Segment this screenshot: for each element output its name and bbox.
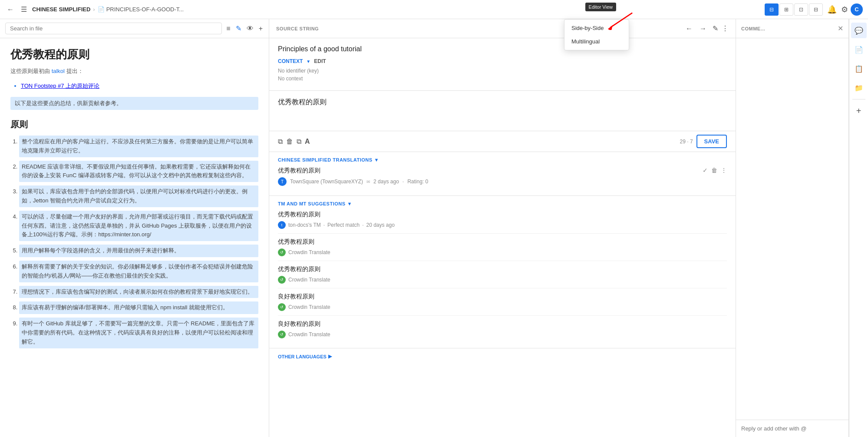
breadcrumb-file[interactable]: 📄 PRINCIPLES-OF-A-GOOD-T... xyxy=(98,6,184,13)
ti-avatar-0: T xyxy=(278,177,287,186)
doc-list-item-8: 有时一个 GitHub 库就足够了，不需要写一篇完整的文章。只需一个 READM… xyxy=(19,318,258,348)
crowdin-avatar-1: ↺ xyxy=(278,248,286,256)
translations-icon-button[interactable]: 📄 xyxy=(851,42,867,57)
breadcrumb-lang[interactable]: CHINESE SIMPLIFIED xyxy=(32,6,90,13)
right-header: COMME... ✕ xyxy=(736,19,848,38)
approve-button-0[interactable]: ✓ xyxy=(703,167,708,174)
far-right-divider xyxy=(852,99,865,99)
doc-list-item-7: 库应该有易于理解的编译/部署脚本。用户能够只需输入 npm install 就能… xyxy=(19,301,258,314)
settings-button[interactable]: ⚙ xyxy=(841,5,848,14)
doc-intro: 以下是这些要点的总结，供新贡献者参考。 xyxy=(10,97,258,110)
delete-button-0[interactable]: 🗑 xyxy=(711,167,717,174)
tm-source-3: Crowdin Translate xyxy=(288,304,330,310)
translation-input[interactable]: 优秀教程的原则 xyxy=(278,98,727,124)
right-panel: COMME... ✕ xyxy=(736,19,849,437)
context-bar: CONTEXT ▼ EDIT xyxy=(278,58,727,64)
notifications-button[interactable]: 🔔 xyxy=(825,3,838,16)
doc-title: 优秀教程的原则 xyxy=(10,47,258,62)
tooltip-text: Editor View xyxy=(589,4,613,10)
brand-logo: C xyxy=(851,3,863,16)
tm-text-0: 优秀教程的原则 xyxy=(278,211,727,218)
view-btn-single[interactable]: ⊡ xyxy=(794,3,808,16)
bullet-link[interactable]: TON Footstep #7 上的原始评论 xyxy=(21,83,99,89)
ti-meta-0: T TownSquare (TownSquareXYZ) ✉ 2 days ag… xyxy=(278,177,428,186)
close-comments-button[interactable]: ✕ xyxy=(838,24,843,33)
ti-time-0: 2 days ago xyxy=(373,179,399,185)
copy-source-button[interactable]: ⧉ xyxy=(278,138,283,146)
no-context: No context xyxy=(278,76,727,82)
more-options-button[interactable]: ⋮ xyxy=(722,24,729,33)
tm-section: TM AND MT SUGGESTIONS ▼ 优秀教程的原则 t ton-do… xyxy=(269,196,736,348)
meta-link[interactable]: talkol xyxy=(52,68,65,74)
char-count: 29 · 7 xyxy=(680,139,693,145)
source-text: Principles of a good tutorial xyxy=(278,45,727,53)
doc-list-item-2: 如果可以，库应该包含用于合约的全部源代码，以便用户可以对标准代码进行小的更改。例… xyxy=(19,185,258,207)
ti-dot: · xyxy=(403,179,404,185)
view-btn-split[interactable]: ⊞ xyxy=(779,3,793,16)
save-button[interactable]: SAVE xyxy=(696,135,727,148)
tm-time-0: 20 days ago xyxy=(366,222,394,228)
doc-list: 整个流程应在用户的客户端上运行。不应涉及任何第三方服务。你需要做的是让用户可以简… xyxy=(10,136,258,348)
clear-translation-button[interactable]: 🗑 xyxy=(286,138,293,146)
add-button[interactable]: + xyxy=(258,24,264,33)
tm-label-text: TM AND MT SUGGESTIONS xyxy=(278,201,346,206)
tm-item-0: 优秀教程的原则 t ton-docs's TM · Perfect match … xyxy=(278,206,727,234)
tm-item-1: 优秀教程原则 ↺ Crowdin Translate xyxy=(278,234,727,261)
context-arrow[interactable]: ▼ xyxy=(306,59,310,64)
tm-text-3: 良好教程原则 xyxy=(278,293,727,301)
ti-verified-icon: ✉ xyxy=(366,179,370,184)
view-btn-sidebyside[interactable]: ⊟ xyxy=(765,3,779,16)
tm-text-1: 优秀教程原则 xyxy=(278,238,727,246)
comments-icon-button[interactable]: 💬 xyxy=(851,23,867,38)
copy-button-2[interactable]: ⧉ xyxy=(297,138,301,146)
side-by-side-option[interactable]: Side-by-Side xyxy=(564,21,629,35)
reply-input[interactable] xyxy=(741,425,843,432)
tm-section-label[interactable]: TM AND MT SUGGESTIONS ▼ xyxy=(278,201,727,206)
section-title: 原则 xyxy=(10,119,258,130)
crowdin-avatar-4: ↺ xyxy=(278,331,286,338)
topbar-right: ⊟ ⊞ ⊡ ⊟ 🔔 ⚙ C xyxy=(765,3,863,16)
edit-mode-button[interactable]: ✎ xyxy=(235,23,242,33)
search-input[interactable] xyxy=(5,23,222,34)
add-icon-button[interactable]: + xyxy=(851,103,867,119)
glossary-icon-button[interactable]: 📋 xyxy=(851,61,867,76)
translations-section: CHINESE SIMPLIFIED TRANSLATIONS ▼ 优秀教程的原… xyxy=(269,152,736,196)
tm-text-4: 良好教程的原则 xyxy=(278,320,727,328)
files-icon-button[interactable]: 📁 xyxy=(851,80,867,96)
translation-item-left: 优秀教程的原则 T TownSquare (TownSquareXYZ) ✉ 2… xyxy=(278,167,428,186)
breadcrumb: CHINESE SIMPLIFIED › 📄 PRINCIPLES-OF-A-G… xyxy=(32,6,184,13)
list-view-button[interactable]: ≡ xyxy=(225,24,231,33)
tm-source-4: Crowdin Translate xyxy=(288,331,330,338)
back-button[interactable]: ← xyxy=(5,4,16,15)
bullet-item[interactable]: TON Footstep #7 上的原始评论 xyxy=(21,82,258,90)
doc-list-item-5: 解释所有需要了解的关于安全的知识。你必须解释足够多，以便创作者不会犯错误并创建危… xyxy=(19,261,258,282)
translation-item-0: 优秀教程的原则 T TownSquare (TownSquareXYZ) ✉ 2… xyxy=(278,162,727,190)
tm-items: 优秀教程的原则 t ton-docs's TM · Perfect match … xyxy=(278,206,727,343)
crowdin-avatar-2: ↺ xyxy=(278,276,286,284)
nav-back-button[interactable]: ← xyxy=(683,24,695,33)
crowdin-avatar-3: ↺ xyxy=(278,303,286,311)
right-title: COMME... xyxy=(741,26,838,31)
topbar-left: ← ☰ CHINESE SIMPLIFIED › 📄 PRINCIPLES-OF… xyxy=(5,3,761,15)
mid-nav: ← → xyxy=(683,24,709,33)
editor-view-tooltip: Editor View xyxy=(585,3,616,11)
translations-section-label[interactable]: CHINESE SIMPLIFIED TRANSLATIONS ▼ xyxy=(278,157,727,162)
font-size-button[interactable]: A xyxy=(305,138,310,146)
other-languages-label[interactable]: OTHER LANGUAGES ▶ xyxy=(278,354,727,359)
mid-toolbar: SOURCE STRING ← → ✎ ⋮ xyxy=(269,19,736,38)
translation-actions: ⧉ 🗑 ⧉ A 29 · 7 SAVE xyxy=(269,131,736,152)
multilingual-option[interactable]: Multilingual xyxy=(564,35,629,48)
edit-link[interactable]: EDIT xyxy=(314,58,326,64)
edit-string-button[interactable]: ✎ xyxy=(713,24,718,33)
tm-match-0: Perfect match xyxy=(327,222,360,228)
no-identifier: No identifier (key) xyxy=(278,68,727,74)
translations-arrow: ▼ xyxy=(374,157,379,162)
preview-button[interactable]: 👁 xyxy=(246,24,254,33)
file-icon: 📄 xyxy=(98,6,105,13)
more-button-0[interactable]: ⋮ xyxy=(721,167,727,174)
nav-forward-button[interactable]: → xyxy=(697,24,709,33)
view-btn-extra[interactable]: ⊟ xyxy=(809,3,823,16)
reply-box xyxy=(736,420,848,437)
hamburger-button[interactable]: ☰ xyxy=(19,3,29,15)
ti-rating-0: Rating: 0 xyxy=(407,179,428,185)
